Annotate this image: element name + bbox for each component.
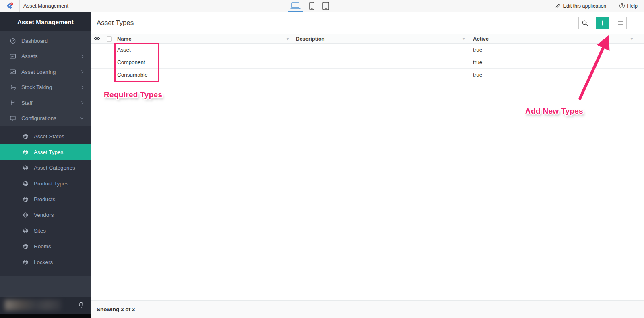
table-row[interactable]: Component true: [91, 56, 644, 69]
sidebar-item-sites[interactable]: Sites: [0, 223, 91, 239]
sidebar-item-asset-categories[interactable]: Asset Categories: [0, 160, 91, 176]
globe-icon: [23, 149, 29, 155]
select-all-cell: [103, 36, 115, 42]
sidebar-item-configurations[interactable]: Configurations: [0, 111, 91, 127]
column-header-active[interactable]: Active ▾: [469, 36, 644, 42]
bell-icon: [78, 301, 85, 309]
sidebar-item-rooms[interactable]: Rooms: [0, 239, 91, 254]
help-icon: ?: [619, 3, 625, 8]
chevron-right-icon: [80, 101, 83, 104]
sidebar-item-label: Assets: [21, 53, 38, 59]
app-logo[interactable]: [0, 0, 20, 12]
sidebar-spacer: [0, 276, 91, 297]
visibility-column-header[interactable]: [91, 34, 103, 43]
cell-active: true: [469, 47, 644, 53]
desktop-preview-button[interactable]: [290, 0, 301, 12]
chevron-down-icon: [80, 116, 83, 119]
logo-icon: [5, 2, 14, 10]
column-header-description[interactable]: Description ▾: [293, 36, 469, 42]
sidebar-item-product-types[interactable]: Product Types: [0, 176, 91, 191]
help-button[interactable]: ? Help: [613, 0, 644, 12]
user-name-redacted: [5, 300, 61, 310]
phone-preview-button[interactable]: [309, 0, 314, 12]
sidebar-item-label: Rooms: [34, 243, 51, 249]
sidebar-item-dashboard[interactable]: Dashboard: [0, 33, 91, 49]
laptop-icon: [290, 2, 301, 10]
sidebar-item-label: Lockers: [34, 259, 53, 265]
cell-active: true: [469, 59, 644, 65]
globe-icon: [23, 259, 29, 265]
globe-icon: [23, 133, 29, 139]
main-content: Asset Types: [91, 12, 644, 318]
device-preview-toggle: [290, 0, 329, 12]
plus-icon: [599, 20, 606, 26]
globe-icon: [23, 181, 29, 187]
sidebar-item-label: Asset Types: [34, 149, 63, 155]
menu-button[interactable]: [614, 17, 627, 29]
sidebar-item-staff[interactable]: Staff: [0, 95, 91, 111]
sidebar-item-assets[interactable]: Assets: [0, 49, 91, 64]
notifications-button[interactable]: [78, 301, 85, 309]
hamburger-icon: [617, 20, 624, 26]
sidebar-item-label: Stock Taking: [21, 84, 52, 90]
content-footer: Showing 3 of 3: [91, 300, 644, 318]
column-header-name[interactable]: Name ▾: [115, 36, 293, 42]
sidebar-item-stock-taking[interactable]: Stock Taking: [0, 80, 91, 96]
toolbar: [578, 17, 627, 29]
sidebar-item-vendors[interactable]: Vendors: [0, 207, 91, 223]
sidebar-item-label: Asset Loaning: [21, 69, 56, 75]
row-visibility-cell: [91, 56, 103, 68]
sidebar-item-asset-states[interactable]: Asset States: [0, 129, 91, 144]
sidebar-item-label: Staff: [21, 100, 33, 106]
sort-caret-icon[interactable]: ▾: [631, 37, 633, 41]
globe-icon: [23, 196, 29, 202]
globe-icon: [23, 212, 29, 218]
pencil-icon: [555, 3, 561, 9]
gauge-icon: [10, 37, 16, 44]
sidebar-title: Asset Management: [0, 12, 91, 31]
table-row[interactable]: Consumable true: [91, 69, 644, 81]
sidebar: Asset Management Dashboard Assets: [0, 12, 91, 318]
user-bar[interactable]: [0, 297, 91, 314]
column-label: Description: [296, 36, 325, 42]
eye-icon: [94, 36, 100, 41]
sort-caret-icon[interactable]: ▾: [287, 37, 293, 41]
search-button[interactable]: [578, 17, 591, 29]
edit-application-label: Edit this application: [563, 3, 607, 9]
tablet-preview-button[interactable]: [322, 0, 329, 12]
sidebar-item-products[interactable]: Products: [0, 191, 91, 207]
chevron-right-icon: [80, 55, 83, 58]
cell-name: Component: [115, 59, 293, 65]
sidebar-item-label: Asset Categories: [34, 165, 75, 171]
row-visibility-cell: [91, 44, 103, 56]
tablet-icon: [322, 2, 329, 10]
sidebar-item-asset-loaning[interactable]: Asset Loaning: [0, 64, 91, 80]
row-count-status: Showing 3 of 3: [97, 306, 135, 312]
content-header: Asset Types: [91, 12, 644, 34]
help-label: Help: [627, 3, 638, 9]
cell-name: Asset: [115, 47, 293, 53]
edit-application-button[interactable]: Edit this application: [549, 0, 613, 12]
add-new-button[interactable]: [596, 17, 609, 29]
sidebar-item-lockers[interactable]: Lockers: [0, 254, 91, 270]
chevron-right-icon: [80, 86, 83, 89]
sidebar-item-label: Dashboard: [21, 38, 48, 44]
sidebar-item-label: Configurations: [21, 115, 56, 121]
sidebar-item-asset-types[interactable]: Asset Types: [0, 144, 91, 160]
sidebar-item-label: Asset States: [34, 133, 64, 139]
select-all-checkbox[interactable]: [107, 36, 112, 42]
table-header-row: Name ▾ Description ▾ Active ▾: [91, 34, 644, 44]
sidebar-item-label: Products: [34, 196, 55, 202]
flag-icon: [10, 100, 16, 106]
image-chart-icon: [10, 53, 16, 60]
sort-caret-icon[interactable]: ▾: [463, 37, 469, 41]
table-row[interactable]: Asset true: [91, 44, 644, 56]
sidebar-item-label: Vendors: [34, 212, 54, 218]
app-title: Asset Management: [23, 3, 68, 9]
phone-icon: [309, 2, 314, 10]
image-chart-icon: [10, 69, 16, 75]
sidebar-item-label: Sites: [34, 228, 46, 234]
globe-icon: [23, 228, 29, 234]
page-title: Asset Types: [97, 19, 134, 27]
sidebar-bottom-strip: [0, 314, 91, 318]
